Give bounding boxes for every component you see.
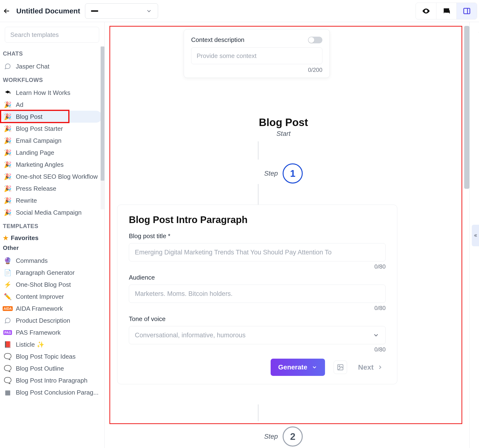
- sidebar-item-listicle[interactable]: 📕Listicle ✨: [1, 339, 102, 350]
- title-label: Blog post title *: [129, 232, 386, 240]
- sidebar-item-social-media[interactable]: 🎉Social Media Campaign: [1, 207, 102, 219]
- topbar-actions: [416, 3, 477, 20]
- context-label: Context description: [191, 36, 245, 44]
- sidebar-item-content-improver[interactable]: ✏️Content Improver: [1, 291, 102, 303]
- chat-bubble-icon: [4, 317, 12, 324]
- main-scrollbar-thumb[interactable]: [464, 26, 469, 189]
- tone-input[interactable]: [129, 326, 386, 344]
- preview-button[interactable]: [416, 3, 436, 19]
- next-button[interactable]: Next: [356, 363, 386, 371]
- step-label: Step: [264, 170, 278, 177]
- blog-title-input[interactable]: [129, 243, 386, 261]
- sidebar-item-intro-paragraph[interactable]: 🗨️Blog Post Intro Paragraph: [1, 374, 102, 387]
- connector-line: [258, 184, 259, 205]
- sidebar-item-label: Marketing Angles: [16, 161, 63, 168]
- image-button[interactable]: [334, 361, 347, 374]
- collapse-tab[interactable]: [472, 225, 479, 246]
- note-icon: 🗨️: [4, 377, 12, 384]
- sidebar-item-commands[interactable]: 🔮Commands: [1, 255, 102, 267]
- form-heading: Blog Post Intro Paragraph: [129, 214, 386, 225]
- search-input[interactable]: [5, 27, 99, 43]
- mode-dropdown[interactable]: [85, 3, 158, 19]
- context-counter: 0/200: [191, 67, 322, 73]
- rocket-icon: 🎉: [4, 149, 12, 156]
- sidebar-item-topic-ideas[interactable]: 🗨️Blog Post Topic Ideas: [1, 350, 102, 362]
- sidebar-item-learn[interactable]: Learn How It Works: [1, 87, 102, 99]
- sidebar-item-label: Blog Post Starter: [16, 125, 63, 133]
- sidebar-item-conclusion-paragraph[interactable]: ▦Blog Post Conclusion Parag...: [1, 387, 102, 398]
- eye-icon: [422, 7, 430, 15]
- badge-icon: AIDA: [4, 305, 12, 312]
- context-input[interactable]: [191, 47, 322, 64]
- sidebar-item-label: Landing Page: [16, 149, 54, 156]
- chevron-down-icon: [312, 364, 317, 370]
- chevron-left-double-icon: [473, 232, 478, 239]
- sidebar-item-label: One-shot SEO Blog Workflow: [16, 173, 98, 181]
- badge-icon: PAS: [4, 329, 12, 336]
- sidebar-item-label: Content Improver: [16, 293, 64, 301]
- panel-toggle-button[interactable]: [457, 3, 477, 19]
- svg-rect-1: [464, 8, 470, 14]
- back-button[interactable]: [2, 6, 12, 16]
- grid-icon: ▦: [4, 388, 12, 396]
- generate-button[interactable]: Generate: [271, 359, 325, 376]
- sidebar-item-label: Ad: [16, 101, 23, 108]
- sidebar-item-ad[interactable]: 🎉 Ad: [1, 99, 102, 111]
- connector-line: [258, 141, 259, 160]
- step-1-circle[interactable]: 1: [283, 163, 303, 183]
- generate-label: Generate: [278, 363, 307, 371]
- rocket-icon: 🎉: [4, 125, 12, 133]
- sidebar-item-label: Press Release: [16, 185, 56, 192]
- sidebar-item-label: Rewrite: [16, 197, 37, 204]
- rocket-icon: 🎉: [4, 209, 12, 216]
- rocket-icon: 🎉: [4, 173, 12, 181]
- other-heading: Other: [1, 243, 102, 255]
- sidebar-item-marketing-angles[interactable]: 🎉Marketing Angles: [1, 159, 102, 171]
- document-title[interactable]: Untitled Document: [16, 7, 80, 15]
- sidebar-item-product-description[interactable]: Product Description: [1, 314, 102, 327]
- sidebar-item-paragraph-generator[interactable]: 📄Paragraph Generator: [1, 267, 102, 279]
- sidebar-item-label: Blog Post Topic Ideas: [16, 353, 76, 360]
- flow-title-block: Blog Post Start: [105, 116, 462, 138]
- sidebar-item-rewrite[interactable]: 🎉Rewrite: [1, 194, 102, 207]
- sidebar-item-blog-post-starter[interactable]: 🎉Blog Post Starter: [1, 123, 102, 135]
- sidebar-item-landing-page[interactable]: 🎉Landing Page: [1, 147, 102, 159]
- sidebar-item-email-campaign[interactable]: 🎉Email Campaign: [1, 135, 102, 147]
- audience-label: Audience: [129, 274, 386, 281]
- sidebar-item-label: Social Media Campaign: [16, 209, 82, 216]
- sidebar-scrollbar-thumb[interactable]: [100, 47, 104, 181]
- chat-button[interactable]: [436, 3, 457, 19]
- sidebar-item-pas[interactable]: PASPAS Framework: [1, 327, 102, 339]
- step-2-circle[interactable]: 2: [283, 427, 303, 447]
- next-label: Next: [358, 363, 374, 371]
- sidebar-item-label: Commands: [16, 257, 48, 265]
- panel-icon: [463, 7, 471, 15]
- favorites-label: Favorites: [11, 234, 39, 242]
- audience-input[interactable]: [129, 285, 386, 303]
- graduation-cap-icon: [4, 89, 12, 97]
- main-canvas: Context description 0/200 Blog Post Star…: [105, 22, 479, 448]
- sidebar-item-jasper-chat[interactable]: Jasper Chat: [1, 60, 102, 72]
- step-2-row: Step 2: [105, 427, 462, 447]
- step-label: Step: [264, 433, 278, 440]
- sidebar-item-press-release[interactable]: 🎉Press Release: [1, 183, 102, 194]
- sidebar-item-label: Listicle ✨: [16, 341, 44, 348]
- favorites-row[interactable]: ★ Favorites: [1, 233, 102, 243]
- wand-icon: ✏️: [4, 293, 12, 301]
- sidebar-item-blog-outline[interactable]: 🗨️Blog Post Outline: [1, 362, 102, 374]
- sidebar-item-one-shot-blog[interactable]: ⚡One-Shot Blog Post: [1, 279, 102, 291]
- highlight-box: [0, 110, 69, 123]
- sidebar-item-seo-workflow[interactable]: 🎉One-shot SEO Blog Workflow: [1, 171, 102, 183]
- dash-icon: [91, 10, 98, 12]
- audience-counter: 0/80: [129, 305, 386, 311]
- doc-icon: 📄: [4, 269, 12, 276]
- chevron-down-icon: [146, 8, 152, 14]
- context-toggle[interactable]: [308, 37, 322, 43]
- flow-subtitle: Start: [105, 130, 462, 138]
- chevron-down-icon[interactable]: [373, 332, 379, 339]
- right-gutter: [469, 22, 479, 448]
- svg-point-0: [425, 10, 427, 12]
- sidebar-item-label: One-Shot Blog Post: [16, 281, 71, 288]
- sidebar-item-aida[interactable]: AIDAAIDA Framework: [1, 303, 102, 314]
- undo-button[interactable]: [478, 29, 479, 37]
